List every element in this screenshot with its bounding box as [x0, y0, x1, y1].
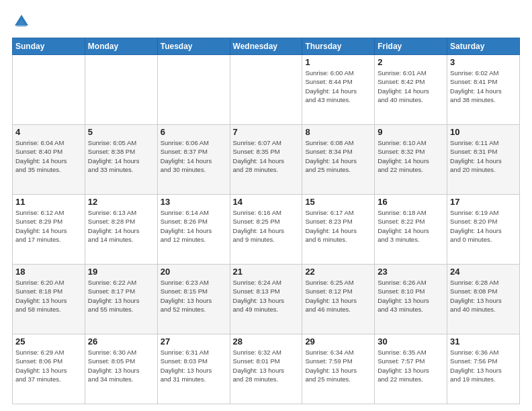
- day-info: Sunrise: 6:20 AM Sunset: 8:18 PM Dayligh…: [15, 278, 82, 314]
- calendar-cell: 10Sunrise: 6:11 AM Sunset: 8:31 PM Dayli…: [447, 125, 520, 195]
- day-info: Sunrise: 6:25 AM Sunset: 8:12 PM Dayligh…: [305, 278, 371, 314]
- calendar-cell: 6Sunrise: 6:06 AM Sunset: 8:37 PM Daylig…: [157, 125, 230, 195]
- calendar-cell: [13, 55, 85, 125]
- calendar-cell: 5Sunrise: 6:05 AM Sunset: 8:38 PM Daylig…: [85, 125, 157, 195]
- calendar-cell: 1Sunrise: 6:00 AM Sunset: 8:44 PM Daylig…: [302, 55, 375, 125]
- day-info: Sunrise: 6:14 AM Sunset: 8:26 PM Dayligh…: [161, 208, 227, 244]
- day-number: 3: [450, 57, 517, 67]
- day-info: Sunrise: 6:04 AM Sunset: 8:40 PM Dayligh…: [15, 138, 82, 174]
- day-info: Sunrise: 6:10 AM Sunset: 8:32 PM Dayligh…: [378, 138, 444, 174]
- calendar-cell: 9Sunrise: 6:10 AM Sunset: 8:32 PM Daylig…: [375, 125, 447, 195]
- day-info: Sunrise: 6:30 AM Sunset: 8:05 PM Dayligh…: [88, 348, 154, 383]
- day-number: 4: [15, 127, 82, 137]
- day-number: 17: [450, 197, 517, 207]
- weekday-header-sunday: Sunday: [13, 38, 85, 55]
- logo-icon: [12, 12, 31, 31]
- day-number: 8: [305, 127, 371, 137]
- day-info: Sunrise: 6:19 AM Sunset: 8:20 PM Dayligh…: [450, 208, 517, 244]
- calendar-cell: 17Sunrise: 6:19 AM Sunset: 8:20 PM Dayli…: [447, 195, 520, 265]
- day-number: 22: [305, 267, 371, 277]
- day-info: Sunrise: 6:11 AM Sunset: 8:31 PM Dayligh…: [450, 138, 517, 174]
- calendar-cell: 8Sunrise: 6:08 AM Sunset: 8:34 PM Daylig…: [302, 125, 375, 195]
- day-info: Sunrise: 6:36 AM Sunset: 7:56 PM Dayligh…: [450, 348, 517, 383]
- day-info: Sunrise: 6:23 AM Sunset: 8:15 PM Dayligh…: [161, 278, 227, 314]
- weekday-header-wednesday: Wednesday: [230, 38, 302, 55]
- day-info: Sunrise: 6:24 AM Sunset: 8:13 PM Dayligh…: [233, 278, 300, 314]
- calendar-cell: 18Sunrise: 6:20 AM Sunset: 8:18 PM Dayli…: [13, 265, 85, 334]
- day-info: Sunrise: 6:29 AM Sunset: 8:06 PM Dayligh…: [15, 348, 82, 383]
- calendar-week-1: 1Sunrise: 6:00 AM Sunset: 8:44 PM Daylig…: [13, 55, 520, 125]
- day-number: 5: [88, 127, 154, 137]
- day-info: Sunrise: 6:02 AM Sunset: 8:41 PM Dayligh…: [450, 68, 517, 104]
- day-info: Sunrise: 6:22 AM Sunset: 8:17 PM Dayligh…: [88, 278, 154, 314]
- page: SundayMondayTuesdayWednesdayThursdayFrid…: [0, 0, 532, 411]
- calendar-cell: 21Sunrise: 6:24 AM Sunset: 8:13 PM Dayli…: [230, 265, 302, 334]
- calendar-cell: 30Sunrise: 6:35 AM Sunset: 7:57 PM Dayli…: [375, 334, 447, 404]
- calendar-cell: 26Sunrise: 6:30 AM Sunset: 8:05 PM Dayli…: [85, 334, 157, 404]
- calendar-cell: [85, 55, 157, 125]
- calendar-cell: 20Sunrise: 6:23 AM Sunset: 8:15 PM Dayli…: [157, 265, 230, 334]
- day-info: Sunrise: 6:26 AM Sunset: 8:10 PM Dayligh…: [378, 278, 444, 314]
- weekday-header-thursday: Thursday: [302, 38, 375, 55]
- calendar-table: SundayMondayTuesdayWednesdayThursdayFrid…: [12, 38, 520, 404]
- day-info: Sunrise: 6:34 AM Sunset: 7:59 PM Dayligh…: [305, 348, 371, 383]
- weekday-header-row: SundayMondayTuesdayWednesdayThursdayFrid…: [13, 38, 520, 55]
- day-number: 28: [233, 336, 300, 347]
- day-info: Sunrise: 6:17 AM Sunset: 8:23 PM Dayligh…: [305, 208, 371, 244]
- day-info: Sunrise: 6:16 AM Sunset: 8:25 PM Dayligh…: [233, 208, 300, 244]
- day-number: 11: [15, 197, 82, 207]
- day-number: 29: [305, 336, 371, 347]
- calendar-week-3: 11Sunrise: 6:12 AM Sunset: 8:29 PM Dayli…: [13, 195, 520, 265]
- day-number: 18: [15, 267, 82, 277]
- day-number: 23: [378, 267, 444, 277]
- day-number: 20: [161, 267, 227, 277]
- day-info: Sunrise: 6:13 AM Sunset: 8:28 PM Dayligh…: [88, 208, 154, 244]
- calendar-cell: 16Sunrise: 6:18 AM Sunset: 8:22 PM Dayli…: [375, 195, 447, 265]
- calendar-cell: 3Sunrise: 6:02 AM Sunset: 8:41 PM Daylig…: [447, 55, 520, 125]
- day-number: 6: [161, 127, 227, 137]
- calendar-week-5: 25Sunrise: 6:29 AM Sunset: 8:06 PM Dayli…: [13, 334, 520, 404]
- calendar-cell: 7Sunrise: 6:07 AM Sunset: 8:35 PM Daylig…: [230, 125, 302, 195]
- calendar-cell: 23Sunrise: 6:26 AM Sunset: 8:10 PM Dayli…: [375, 265, 447, 334]
- day-number: 2: [378, 57, 444, 67]
- day-info: Sunrise: 6:00 AM Sunset: 8:44 PM Dayligh…: [305, 68, 371, 104]
- day-number: 24: [450, 267, 517, 277]
- day-number: 1: [305, 57, 371, 67]
- calendar-cell: 31Sunrise: 6:36 AM Sunset: 7:56 PM Dayli…: [447, 334, 520, 404]
- day-info: Sunrise: 6:08 AM Sunset: 8:34 PM Dayligh…: [305, 138, 371, 174]
- logo: [12, 12, 34, 31]
- day-number: 14: [233, 197, 300, 207]
- day-info: Sunrise: 6:18 AM Sunset: 8:22 PM Dayligh…: [378, 208, 444, 244]
- day-number: 9: [378, 127, 444, 137]
- day-info: Sunrise: 6:07 AM Sunset: 8:35 PM Dayligh…: [233, 138, 300, 174]
- day-number: 31: [450, 336, 517, 347]
- calendar-cell: 24Sunrise: 6:28 AM Sunset: 8:08 PM Dayli…: [447, 265, 520, 334]
- calendar-cell: 11Sunrise: 6:12 AM Sunset: 8:29 PM Dayli…: [13, 195, 85, 265]
- calendar-cell: 14Sunrise: 6:16 AM Sunset: 8:25 PM Dayli…: [230, 195, 302, 265]
- day-number: 26: [88, 336, 154, 347]
- calendar-cell: 19Sunrise: 6:22 AM Sunset: 8:17 PM Dayli…: [85, 265, 157, 334]
- day-number: 7: [233, 127, 300, 137]
- day-number: 27: [161, 336, 227, 347]
- day-info: Sunrise: 6:35 AM Sunset: 7:57 PM Dayligh…: [378, 348, 444, 383]
- day-info: Sunrise: 6:05 AM Sunset: 8:38 PM Dayligh…: [88, 138, 154, 174]
- day-info: Sunrise: 6:01 AM Sunset: 8:42 PM Dayligh…: [378, 68, 444, 104]
- day-number: 13: [161, 197, 227, 207]
- calendar-cell: 27Sunrise: 6:31 AM Sunset: 8:03 PM Dayli…: [157, 334, 230, 404]
- calendar-cell: 22Sunrise: 6:25 AM Sunset: 8:12 PM Dayli…: [302, 265, 375, 334]
- day-number: 21: [233, 267, 300, 277]
- day-number: 15: [305, 197, 371, 207]
- calendar-cell: 29Sunrise: 6:34 AM Sunset: 7:59 PM Dayli…: [302, 334, 375, 404]
- day-info: Sunrise: 6:31 AM Sunset: 8:03 PM Dayligh…: [161, 348, 227, 383]
- day-number: 25: [15, 336, 82, 347]
- day-info: Sunrise: 6:12 AM Sunset: 8:29 PM Dayligh…: [15, 208, 82, 244]
- calendar-cell: 2Sunrise: 6:01 AM Sunset: 8:42 PM Daylig…: [375, 55, 447, 125]
- weekday-header-friday: Friday: [375, 38, 447, 55]
- calendar-week-2: 4Sunrise: 6:04 AM Sunset: 8:40 PM Daylig…: [13, 125, 520, 195]
- day-info: Sunrise: 6:32 AM Sunset: 8:01 PM Dayligh…: [233, 348, 300, 383]
- calendar-cell: 12Sunrise: 6:13 AM Sunset: 8:28 PM Dayli…: [85, 195, 157, 265]
- calendar-cell: 25Sunrise: 6:29 AM Sunset: 8:06 PM Dayli…: [13, 334, 85, 404]
- calendar-week-4: 18Sunrise: 6:20 AM Sunset: 8:18 PM Dayli…: [13, 265, 520, 334]
- calendar-cell: 13Sunrise: 6:14 AM Sunset: 8:26 PM Dayli…: [157, 195, 230, 265]
- weekday-header-tuesday: Tuesday: [157, 38, 230, 55]
